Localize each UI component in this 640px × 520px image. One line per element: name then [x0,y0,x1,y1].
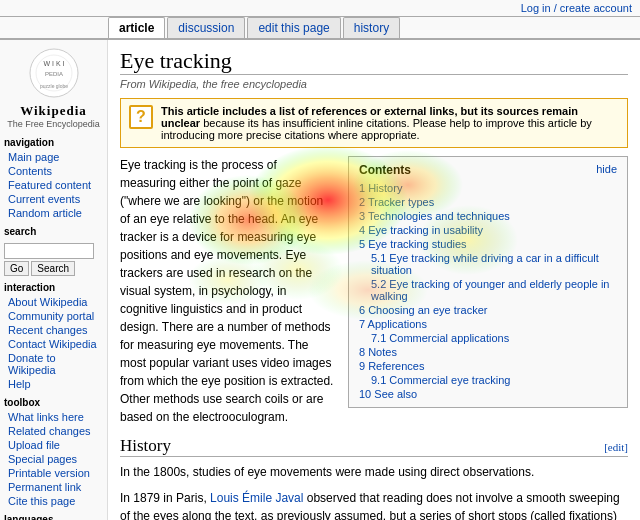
warning-text: This article includes a list of referenc… [161,105,619,141]
sidebar-item-whatlinks[interactable]: What links here [4,410,103,424]
search-box: Go Search [4,243,103,276]
search-button[interactable]: Search [31,261,75,276]
sidebar-item-recent[interactable]: Recent changes [4,323,103,337]
login-link[interactable]: Log in / create account [521,2,632,14]
warning-normal: because its has insufficient inline cita… [161,117,592,141]
sidebar-item-main-page[interactable]: Main page [4,150,103,164]
tab-history[interactable]: history [343,17,400,38]
warning-box: ? This article includes a list of refere… [120,98,628,148]
toc-item-9-1[interactable]: 9.1 Commercial eye tracking [359,373,617,387]
nav-section-title: navigation [4,137,103,148]
sidebar-item-cite[interactable]: Cite this page [4,494,103,508]
sidebar-item-contact[interactable]: Contact Wikipedia [4,337,103,351]
toc-item-7[interactable]: 7 Applications [359,317,617,331]
toc-item-9[interactable]: 9 References [359,359,617,373]
tab-discussion[interactable]: discussion [167,17,245,38]
sidebar-item-related[interactable]: Related changes [4,424,103,438]
toc-item-5[interactable]: 5 Eye tracking studies [359,237,617,251]
history-title: History [120,436,171,456]
languages-section-title: languages [4,514,103,520]
sidebar-item-print[interactable]: Printable version [4,466,103,480]
search-section-title: search [4,226,103,237]
wiki-logo-tagline: The Free Encyclopedia [4,119,103,129]
svg-text:puzzle globe: puzzle globe [39,83,67,89]
warning-icon: ? [129,105,153,129]
sidebar-item-about[interactable]: About Wikipedia [4,295,103,309]
tab-article[interactable]: article [108,17,165,38]
table-of-contents: Contents hide 1 History 2 Tracker types … [348,156,628,408]
top-bar: Log in / create account [0,0,640,17]
sidebar-item-contents[interactable]: Contents [4,164,103,178]
svg-text:W I K I: W I K I [43,60,64,67]
toc-item-5-2[interactable]: 5.2 Eye tracking of younger and elderly … [359,277,617,303]
history-edit-link[interactable]: [edit] [604,441,628,453]
search-input[interactable] [4,243,94,259]
sidebar-item-current[interactable]: Current events [4,192,103,206]
toc-item-4[interactable]: 4 Eye tracking in usability [359,223,617,237]
sidebar-item-featured[interactable]: Featured content [4,178,103,192]
toc-item-6[interactable]: 6 Choosing an eye tracker [359,303,617,317]
sidebar-item-help[interactable]: Help [4,377,103,391]
go-button[interactable]: Go [4,261,29,276]
toc-item-5-1[interactable]: 5.1 Eye tracking while driving a car in … [359,251,617,277]
javal-link[interactable]: Louis Émile Javal [210,491,303,505]
sidebar: W I K I PEDIA puzzle globe Wikipedia The… [0,40,108,520]
toc-item-10[interactable]: 10 See also [359,387,617,401]
sidebar-item-donate[interactable]: Donate to Wikipedia [4,351,103,377]
sidebar-item-upload[interactable]: Upload file [4,438,103,452]
toc-title: Contents hide [359,163,617,177]
sidebar-item-permalink[interactable]: Permanent link [4,480,103,494]
main-content: Eye tracking From Wikipedia, the free en… [108,40,640,520]
history-para2: In 1879 in Paris, Louis Émile Javal obse… [120,489,628,520]
toc-item-7-1[interactable]: 7.1 Commercial applications [359,331,617,345]
sidebar-item-special[interactable]: Special pages [4,452,103,466]
toc-item-8[interactable]: 8 Notes [359,345,617,359]
svg-text:PEDIA: PEDIA [44,71,62,77]
tab-bar: article discussion edit this page histor… [0,17,640,40]
toc-item-2[interactable]: 2 Tracker types [359,195,617,209]
page-subtitle: From Wikipedia, the free encyclopedia [120,78,628,90]
wiki-logo: W I K I PEDIA puzzle globe Wikipedia The… [4,46,103,129]
tab-edit[interactable]: edit this page [247,17,340,38]
interaction-section-title: interaction [4,282,103,293]
history-section-header: History [edit] [120,436,628,457]
wiki-logo-name: Wikipedia [4,103,103,119]
history-para1: In the 1800s, studies of eye movements w… [120,463,628,481]
toc-label: Contents [359,163,411,177]
page-title: Eye tracking [120,48,628,75]
sidebar-item-community[interactable]: Community portal [4,309,103,323]
toc-item-3[interactable]: 3 Technologies and techniques [359,209,617,223]
toolbox-section-title: toolbox [4,397,103,408]
sidebar-item-random[interactable]: Random article [4,206,103,220]
toc-item-1[interactable]: 1 History [359,181,617,195]
toc-hide-button[interactable]: hide [596,163,617,177]
